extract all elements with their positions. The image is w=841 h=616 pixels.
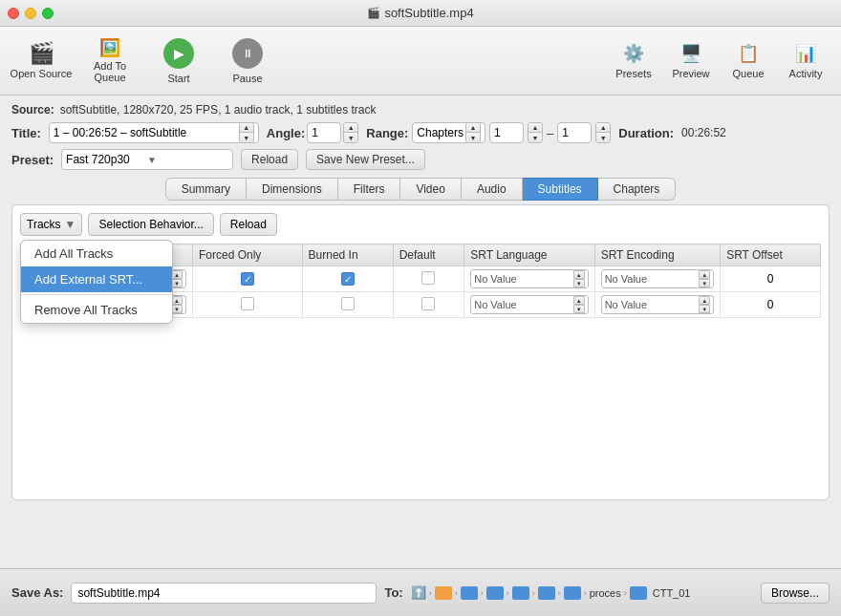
reload-tracks-button[interactable]: Reload bbox=[220, 213, 277, 236]
duration-value: 00:26:52 bbox=[681, 126, 726, 139]
tracks-dropdown-menu: Add All Tracks Add External SRT... Remov… bbox=[20, 240, 173, 324]
tracks-dropdown[interactable]: Tracks ▼ bbox=[20, 213, 82, 236]
row2-srt-encoding-select[interactable]: No Value ▲ ▼ bbox=[601, 295, 715, 314]
col-srt-offset: SRT Offset bbox=[721, 244, 821, 266]
row2-forced-only-checkbox[interactable] bbox=[241, 297, 254, 310]
path-folder-1[interactable] bbox=[435, 586, 452, 600]
tracks-dropdown-arrow: ▼ bbox=[65, 218, 76, 231]
minimize-button[interactable] bbox=[25, 8, 36, 19]
range-start-stepper[interactable]: ▲ ▼ bbox=[528, 122, 543, 143]
title-stepper-up[interactable]: ▲ bbox=[240, 123, 253, 133]
preset-label: Preset: bbox=[11, 153, 54, 167]
title-stepper-down[interactable]: ▼ bbox=[240, 133, 253, 142]
tab-subtitles[interactable]: Subtitles bbox=[523, 178, 598, 201]
range-end-down[interactable]: ▼ bbox=[596, 133, 610, 142]
row1-srt-encoding-select[interactable]: No Value ▲ ▼ bbox=[601, 269, 715, 288]
title-row: Title: 1 – 00:26:52 – softSubtitle ▲ ▼ A… bbox=[11, 122, 830, 143]
open-source-icon: 🎬 bbox=[29, 43, 54, 64]
range-start-input[interactable] bbox=[489, 122, 524, 143]
reload-preset-button[interactable]: Reload bbox=[241, 149, 298, 170]
save-new-preset-button[interactable]: Save New Preset... bbox=[306, 149, 425, 170]
tab-filters[interactable]: Filters bbox=[338, 178, 401, 201]
path-folder-3[interactable] bbox=[486, 586, 504, 600]
tab-video[interactable]: Video bbox=[400, 178, 461, 201]
row1-burned-in-checkbox[interactable]: ✓ bbox=[341, 272, 355, 286]
tracks-toolbar: Tracks ▼ Selection Behavior... Reload Ad… bbox=[20, 213, 821, 236]
maximize-button[interactable] bbox=[42, 8, 54, 19]
range-dash: – bbox=[547, 126, 553, 140]
bottom-bar: Save As: To: ⬆️ › › › › › › › proces › C… bbox=[0, 568, 841, 616]
row2-burned-in-checkbox[interactable] bbox=[341, 297, 355, 310]
tab-summary[interactable]: Summary bbox=[165, 178, 247, 201]
pause-icon: ⏸ bbox=[232, 38, 263, 69]
dropdown-divider bbox=[21, 294, 172, 295]
range-type-select[interactable]: Chapters ▲ ▼ bbox=[412, 122, 485, 143]
range-start-down[interactable]: ▼ bbox=[528, 133, 542, 142]
title-select[interactable]: 1 – 00:26:52 – softSubtitle ▲ ▼ bbox=[49, 122, 259, 143]
angle-stepper[interactable]: ▲ ▼ bbox=[343, 122, 358, 143]
path-folder-5[interactable] bbox=[538, 586, 555, 600]
path-container: ⬆️ › › › › › › › proces › CTT_01 bbox=[411, 585, 753, 600]
add-queue-icon: 🖼️ bbox=[99, 39, 120, 56]
angle-input[interactable] bbox=[307, 122, 341, 143]
browse-button[interactable]: Browse... bbox=[761, 583, 830, 604]
path-chevron-3: › bbox=[481, 588, 484, 598]
queue-icon: 📋 bbox=[738, 43, 759, 64]
preset-row: Preset: Fast 720p30 ▼ Reload Save New Pr… bbox=[11, 149, 830, 170]
col-default: Default bbox=[393, 244, 464, 266]
path-folder-4[interactable] bbox=[512, 586, 529, 600]
angle-stepper-down[interactable]: ▼ bbox=[344, 133, 357, 142]
title-stepper[interactable]: ▲ ▼ bbox=[239, 122, 254, 143]
remove-all-tracks-item[interactable]: Remove All Tracks bbox=[21, 297, 172, 323]
angle-stepper-up[interactable]: ▲ bbox=[344, 123, 357, 133]
row1-srt-encoding-up[interactable]: ▲ bbox=[699, 270, 710, 279]
row2-srt-encoding-stepper[interactable]: ▲ ▼ bbox=[699, 296, 710, 313]
range-end-stepper[interactable]: ▲ ▼ bbox=[595, 122, 611, 143]
row1-srt-encoding-down[interactable]: ▼ bbox=[699, 279, 710, 287]
row2-srt-lang-select[interactable]: No Value ▲ ▼ bbox=[470, 295, 588, 314]
tab-dimensions[interactable]: Dimensions bbox=[247, 178, 338, 201]
path-folder-6[interactable] bbox=[564, 586, 581, 600]
row2-default-checkbox[interactable] bbox=[421, 297, 435, 310]
range-type-up[interactable]: ▲ bbox=[466, 123, 480, 133]
row2-srt-encoding-up[interactable]: ▲ bbox=[699, 296, 710, 305]
play-icon: ▶ bbox=[163, 38, 194, 69]
tab-chapters[interactable]: Chapters bbox=[598, 178, 677, 201]
row2-srt-lang-up[interactable]: ▲ bbox=[573, 296, 585, 305]
range-type-down[interactable]: ▼ bbox=[466, 133, 480, 142]
row2-srt-lang-stepper[interactable]: ▲ ▼ bbox=[573, 296, 585, 313]
range-type-stepper[interactable]: ▲ ▼ bbox=[465, 122, 481, 143]
titlebar: 🎬 softSubtitle.mp4 bbox=[0, 0, 841, 27]
start-button[interactable]: ▶ Start bbox=[145, 32, 212, 91]
save-as-input[interactable] bbox=[71, 583, 377, 604]
path-chevron-1: › bbox=[429, 588, 432, 598]
toolbar: 🎬 Open Source 🖼️ Add To Queue ▶ Start ⏸ … bbox=[0, 27, 841, 96]
row1-default-checkbox[interactable] bbox=[421, 271, 435, 285]
queue-button[interactable]: 📋 Queue bbox=[721, 32, 776, 91]
row1-srt-lang-stepper[interactable]: ▲ ▼ bbox=[573, 270, 585, 287]
preset-select[interactable]: Fast 720p30 ▼ bbox=[61, 149, 233, 170]
row1-srt-lang-down[interactable]: ▼ bbox=[573, 279, 585, 287]
row1-srt-lang-up[interactable]: ▲ bbox=[573, 270, 585, 279]
open-source-button[interactable]: 🎬 Open Source bbox=[8, 32, 75, 91]
add-all-tracks-item[interactable]: Add All Tracks bbox=[21, 241, 172, 266]
pause-button[interactable]: ⏸ Pause bbox=[214, 32, 281, 91]
add-to-queue-button[interactable]: 🖼️ Add To Queue bbox=[76, 32, 143, 91]
path-folder-2[interactable] bbox=[461, 586, 478, 600]
tab-audio[interactable]: Audio bbox=[462, 178, 523, 201]
range-start-up[interactable]: ▲ bbox=[528, 123, 542, 133]
row1-srt-lang-select[interactable]: No Value ▲ ▼ bbox=[470, 269, 588, 288]
row2-srt-encoding-down[interactable]: ▼ bbox=[699, 305, 710, 313]
add-external-srt-item[interactable]: Add External SRT... bbox=[21, 266, 172, 292]
row1-srt-encoding-stepper[interactable]: ▲ ▼ bbox=[699, 270, 710, 287]
close-button[interactable] bbox=[8, 8, 19, 19]
range-end-up[interactable]: ▲ bbox=[596, 123, 610, 133]
row1-forced-only-checkbox[interactable]: ✓ bbox=[241, 272, 254, 286]
row2-srt-lang-down[interactable]: ▼ bbox=[573, 305, 585, 313]
range-end-input[interactable] bbox=[557, 122, 592, 143]
presets-button[interactable]: ⚙️ Presets bbox=[606, 32, 661, 91]
selection-behavior-button[interactable]: Selection Behavior... bbox=[88, 213, 213, 236]
activity-button[interactable]: 📊 Activity bbox=[778, 32, 833, 91]
path-folder-final[interactable] bbox=[630, 586, 647, 600]
preview-button[interactable]: 🖥️ Preview bbox=[663, 32, 719, 91]
